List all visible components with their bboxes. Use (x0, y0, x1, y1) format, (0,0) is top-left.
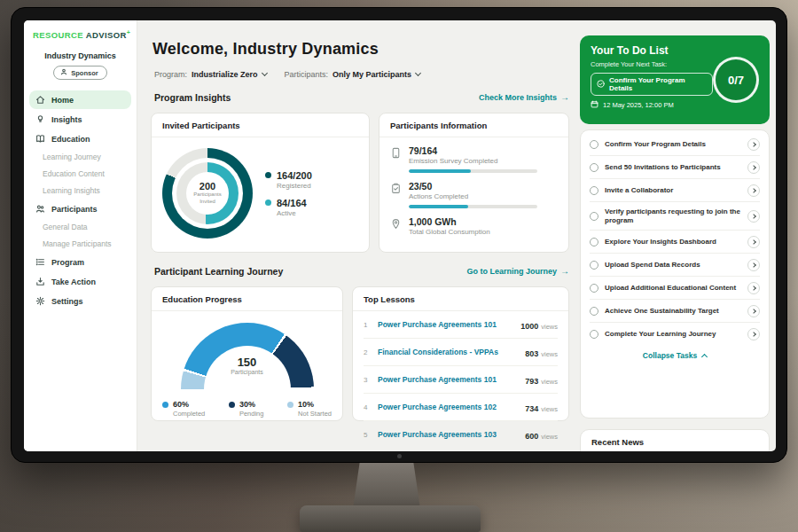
sidebar-item-manage-participants[interactable]: Manage Participants (29, 236, 131, 252)
emission-progress-bar (409, 169, 537, 173)
program-select[interactable]: Program: Industrialize Zero (154, 70, 267, 79)
chevron-up-icon (701, 354, 708, 360)
check-circle-icon (597, 80, 605, 90)
legend-pending: 30% Pending (229, 400, 264, 418)
sidebar-item-insights[interactable]: Insights (29, 110, 131, 129)
chevron-right-icon[interactable] (747, 138, 760, 151)
people-icon (35, 204, 45, 214)
collapse-tasks-button[interactable]: Collapse Tasks (590, 345, 760, 364)
phone-icon (390, 146, 402, 158)
legend-completed: 60% Completed (162, 400, 205, 418)
sidebar-item-settings[interactable]: Settings (29, 292, 131, 310)
task-row[interactable]: Explore Your Insights Dashboard (590, 231, 760, 254)
lesson-link[interactable]: Power Purchase Agreements 101 (378, 375, 518, 384)
lesson-link[interactable]: Financial Considerations - VPPAs (378, 348, 518, 356)
sidebar-item-take-action[interactable]: Take Action (29, 272, 131, 291)
task-row[interactable]: Confirm Your Program Details (590, 133, 760, 156)
task-row[interactable]: Achieve One Sustainability Target (590, 300, 760, 323)
sidebar: RESOURCE ADVISOR+ Industry Dynamics Spon… (24, 20, 137, 451)
calendar-icon (591, 100, 598, 110)
task-checkbox[interactable] (590, 212, 598, 221)
progress-bar-fill (409, 205, 468, 208)
task-checkbox[interactable] (590, 261, 598, 270)
lesson-link[interactable]: Power Purchase Agreements 103 (378, 430, 518, 439)
org-name: Industry Dynamics (24, 51, 137, 60)
sidebar-item-participants[interactable]: Participants (29, 200, 131, 218)
learning-journey-header: Participant Learning Journey Go to Learn… (154, 266, 569, 277)
lesson-link[interactable]: Power Purchase Agreements 102 (378, 403, 518, 411)
task-row[interactable]: Send 50 Invitations to Participants (590, 156, 760, 179)
check-more-insights-link[interactable]: Check More Insights → (479, 93, 569, 102)
sponsor-badge[interactable]: Sponsor (53, 66, 106, 80)
gear-icon (35, 296, 45, 306)
clipboard-icon (390, 182, 402, 193)
lesson-link[interactable]: Power Purchase Agreements 101 (378, 320, 513, 329)
task-row[interactable]: Verify participants requesting to join t… (590, 202, 760, 231)
lesson-row: 4 Power Purchase Agreements 102 734views (364, 394, 558, 421)
book-icon (35, 134, 45, 144)
chevron-right-icon[interactable] (747, 328, 760, 340)
sidebar-item-home[interactable]: Home (29, 90, 131, 109)
lesson-row: 3 Power Purchase Agreements 101 793views (364, 366, 558, 394)
lesson-row: 1 Power Purchase Agreements 101 1000view… (364, 311, 558, 339)
todo-progress-ring: 0/7 (713, 57, 759, 103)
sidebar-nav: Home Insights Education Learning Journey… (24, 90, 137, 310)
app-logo: RESOURCE ADVISOR+ (24, 29, 137, 40)
monitor-stand-base (300, 505, 481, 532)
top-lessons-card: Top Lessons 1 Power Purchase Agreements … (352, 286, 569, 421)
info-row-actions: 23/50 Actions Completed (379, 173, 568, 208)
invited-participants-card: Invited Participants 200 Participants In… (151, 113, 370, 253)
chevron-right-icon[interactable] (747, 259, 760, 271)
chevron-right-icon[interactable] (747, 210, 760, 223)
lightbulb-icon (35, 114, 45, 124)
sidebar-item-learning-journey[interactable]: Learning Journey (29, 149, 131, 165)
monitor-logo-dot (397, 454, 402, 458)
location-pin-icon (390, 217, 402, 229)
program-insights-header: Program Insights Check More Insights → (154, 92, 569, 103)
chevron-right-icon[interactable] (747, 184, 760, 197)
actions-progress-bar (409, 205, 537, 208)
participants-information-card: Participants Information 79/164 Emission… (379, 113, 569, 253)
sidebar-item-education[interactable]: Education (29, 129, 131, 148)
task-checkbox[interactable] (590, 238, 598, 246)
recent-news-title: Recent News (591, 437, 644, 447)
task-row[interactable]: Upload Additional Educational Content (590, 277, 760, 300)
task-row[interactable]: Invite a Collaborator (590, 179, 760, 202)
task-row[interactable]: Complete Your Learning Journey (590, 323, 760, 345)
monitor-bezel: RESOURCE ADVISOR+ Industry Dynamics Spon… (11, 7, 787, 463)
chevron-right-icon[interactable] (747, 236, 760, 248)
chevron-down-icon (415, 70, 421, 76)
arrow-right-icon: → (560, 93, 569, 102)
lesson-row: 5 Power Purchase Agreements 103 600views (364, 421, 558, 448)
info-row-consumption: 1,000 GWh Total Global Consumption (379, 208, 568, 236)
chevron-right-icon[interactable] (747, 161, 760, 174)
go-to-learning-journey-link[interactable]: Go to Learning Journey → (466, 267, 569, 276)
list-icon (35, 257, 45, 267)
lesson-row: 2 Financial Considerations - VPPAs 803vi… (364, 339, 558, 366)
arrow-right-icon: → (560, 267, 569, 276)
screen: RESOURCE ADVISOR+ Industry Dynamics Spon… (24, 20, 776, 451)
chevron-right-icon[interactable] (747, 282, 760, 294)
next-task-pill[interactable]: Confirm Your Program Details (591, 73, 713, 96)
education-progress-card: Education Progress 150 Participants 60% … (151, 286, 343, 421)
sidebar-item-learning-insights[interactable]: Learning Insights (29, 183, 131, 199)
task-checkbox[interactable] (590, 186, 598, 195)
chevron-right-icon[interactable] (747, 305, 760, 317)
gauge-legend: 60% Completed 30% Pending 10% Not Star (152, 390, 342, 418)
task-checkbox[interactable] (590, 330, 598, 339)
task-checkbox[interactable] (590, 307, 598, 316)
download-icon (35, 277, 45, 286)
monitor-stand (353, 463, 420, 509)
task-checkbox[interactable] (590, 163, 598, 172)
home-icon (35, 95, 45, 105)
participants-select[interactable]: Participants: Only My Participants (285, 70, 421, 79)
task-checkbox[interactable] (590, 284, 598, 293)
chevron-down-icon (261, 70, 267, 76)
task-checkbox[interactable] (590, 140, 598, 149)
sidebar-item-general-data[interactable]: General Data (29, 219, 131, 235)
task-row[interactable]: Upload Spend Data Records (590, 254, 760, 277)
sidebar-item-education-content[interactable]: Education Content (29, 166, 131, 182)
page-title: Welcome, Industry Dynamics (153, 40, 379, 59)
todo-summary-card: Your To Do List Complete Your Next Task:… (580, 35, 770, 124)
sidebar-item-program[interactable]: Program (29, 253, 131, 271)
